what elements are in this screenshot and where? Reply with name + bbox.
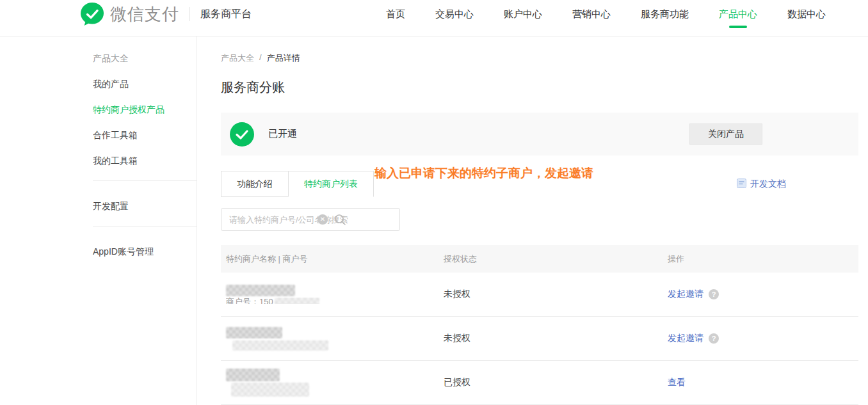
search-input[interactable] (221, 209, 399, 230)
sidebar-item-product-catalog[interactable]: 产品大全 (93, 45, 197, 71)
column-header-auth-status: 授权状态 (444, 253, 668, 265)
sidebar-item-my-toolbox[interactable]: 我的工具箱 (93, 148, 197, 173)
sidebar-divider (93, 226, 197, 226)
nav-item-transaction-center[interactable]: 交易中心 (435, 0, 474, 29)
breadcrumb-parent[interactable]: 产品大全 (221, 52, 254, 64)
redacted-merchant-number (232, 340, 328, 351)
page-layout: 产品大全 我的产品 特约商户授权产品 合作工具箱 我的工具箱 开发配置 AppI… (0, 36, 868, 405)
auth-status: 已授权 (444, 377, 668, 388)
nav-item-home[interactable]: 首页 (386, 0, 405, 29)
redacted-merchant-number (275, 298, 319, 304)
table-row: 商户号：150 未授权 发起邀请 ? (221, 273, 858, 317)
nav-item-account-center[interactable]: 账户中心 (504, 0, 542, 29)
redacted-merchant-name (226, 369, 280, 381)
merchant-number-text: 商户号：150 (226, 298, 273, 304)
wechat-pay-logo-icon (80, 2, 104, 26)
dev-doc-link[interactable]: 开发文档 (737, 179, 786, 190)
main-content: 产品大全 / 产品详情 服务商分账 已开通 关闭产品 功能介绍 特约商户列表 输… (197, 36, 868, 405)
column-header-actions: 操作 (668, 253, 858, 265)
auth-status: 未授权 (444, 333, 668, 344)
action-cell: 查看 (668, 377, 858, 388)
column-header-merchant: 特约商户名称 | 商户号 (226, 253, 444, 265)
status-label: 已开通 (268, 128, 297, 140)
active-nav-underline (729, 26, 747, 28)
main-nav: 首页 交易中心 账户中心 营销中心 服务商功能 产品中心 数据中心 (386, 0, 826, 29)
merchant-cell (226, 369, 444, 397)
sidebar-item-dev-config[interactable]: 开发配置 (93, 193, 197, 219)
annotation-text: 输入已申请下来的特约子商户，发起邀请 (374, 165, 593, 182)
sidebar-item-my-products[interactable]: 我的产品 (93, 71, 197, 97)
document-icon (737, 179, 746, 190)
brand[interactable]: 微信支付 (80, 2, 179, 26)
platform-name: 服务商平台 (200, 8, 252, 21)
search-row: ✕ (221, 208, 858, 231)
redacted-merchant-name (226, 285, 295, 296)
clear-icon[interactable]: ✕ (317, 214, 328, 225)
sidebar-divider (93, 180, 197, 181)
brand-name: 微信支付 (110, 3, 179, 26)
search-icon[interactable] (334, 214, 346, 228)
nav-item-data-center[interactable]: 数据中心 (787, 0, 826, 29)
breadcrumb: 产品大全 / 产品详情 (221, 52, 858, 64)
merchant-cell (226, 327, 444, 351)
tab-bar: 功能介绍 特约商户列表 输入已申请下来的特约子商户，发起邀请 开发文档 (221, 171, 858, 197)
sidebar-item-submerchant-authorized-products[interactable]: 特约商户授权产品 (93, 97, 197, 122)
tab-feature-intro[interactable]: 功能介绍 (221, 171, 289, 197)
check-circle-icon (230, 122, 254, 147)
nav-item-product-center[interactable]: 产品中心 (719, 0, 757, 29)
merchant-cell: 商户号：150 (226, 285, 444, 304)
table-row: 已授权 查看 (221, 361, 858, 405)
table-header-row: 特约商户名称 | 商户号 授权状态 操作 (221, 245, 858, 273)
action-cell: 发起邀请 ? (668, 289, 858, 300)
table-row: 未授权 发起邀请 ? (221, 317, 858, 361)
sidebar-item-appid-account-management[interactable]: AppID账号管理 (93, 239, 197, 264)
redacted-merchant-number (231, 383, 309, 397)
sidebar: 产品大全 我的产品 特约商户授权产品 合作工具箱 我的工具箱 开发配置 AppI… (0, 36, 197, 405)
dev-doc-label: 开发文档 (750, 179, 786, 190)
auth-status: 未授权 (444, 289, 668, 300)
tab-submerchant-list[interactable]: 特约商户列表 (288, 171, 374, 197)
merchant-number-clipped: 商户号：150 (226, 298, 444, 304)
brand-divider (189, 7, 190, 21)
breadcrumb-separator: / (259, 52, 262, 64)
nav-item-marketing-center[interactable]: 营销中心 (572, 0, 611, 29)
breadcrumb-current: 产品详情 (267, 52, 300, 64)
send-invite-link[interactable]: 发起邀请 (668, 333, 703, 344)
nav-item-label: 产品中心 (719, 8, 757, 20)
submerchant-table: 特约商户名称 | 商户号 授权状态 操作 商户号：150 未授权 发起邀请 ? (221, 245, 858, 405)
status-card: 已开通 关闭产品 (221, 113, 858, 155)
close-product-button[interactable]: 关闭产品 (689, 123, 762, 145)
send-invite-link[interactable]: 发起邀请 (668, 289, 703, 300)
redacted-merchant-name (226, 327, 282, 338)
top-bar: 微信支付 服务商平台 首页 交易中心 账户中心 营销中心 服务商功能 产品中心 … (0, 0, 868, 36)
nav-item-provider-functions[interactable]: 服务商功能 (641, 0, 689, 29)
search-box: ✕ (221, 208, 400, 231)
help-icon[interactable]: ? (709, 333, 719, 344)
page-title: 服务商分账 (221, 79, 858, 96)
help-icon[interactable]: ? (709, 289, 719, 299)
action-cell: 发起邀请 ? (668, 333, 858, 344)
sidebar-item-cooperation-toolbox[interactable]: 合作工具箱 (93, 122, 197, 148)
view-link[interactable]: 查看 (668, 377, 686, 388)
